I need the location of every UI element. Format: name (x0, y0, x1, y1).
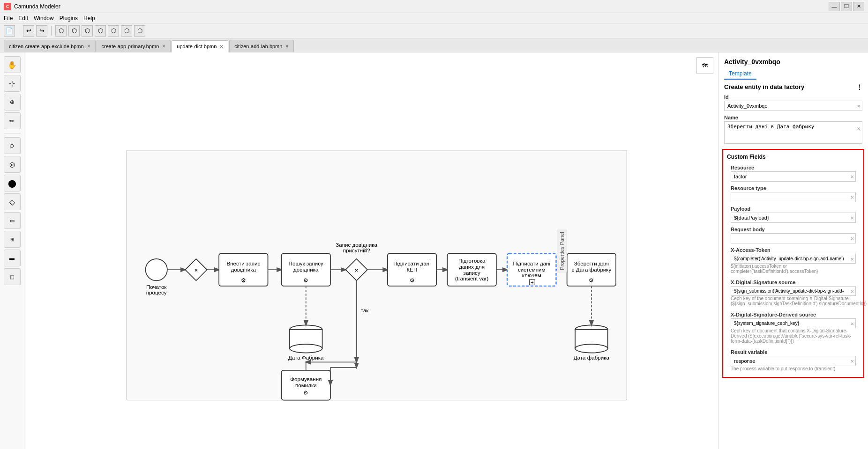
svg-text:×: × (355, 267, 358, 273)
subprocess-tool[interactable]: ⊞ (4, 231, 21, 248)
resource-type-clear-btn[interactable]: × (850, 194, 854, 201)
end-event-tool[interactable]: ⬤ (4, 175, 21, 191)
name-input[interactable]: Зберегти дані в Дата фабрику (724, 121, 862, 144)
title-area: C Camunda Modeler (4, 3, 60, 10)
align-left-button[interactable]: ⬡ (55, 25, 67, 37)
restore-button[interactable]: ❐ (841, 2, 852, 11)
tab-update-dict[interactable]: update-dict.bpmn ✕ (172, 40, 228, 52)
tab-create-app[interactable]: create-app-primary.bpmn ✕ (97, 40, 171, 52)
menu-plugins[interactable]: Plugins (60, 15, 78, 22)
request-body-input[interactable] (731, 233, 856, 243)
hand-tool[interactable]: ✋ (4, 56, 21, 73)
gateway-tool[interactable]: ◇ (4, 193, 21, 210)
tab-close-icon[interactable]: ✕ (219, 44, 223, 49)
name-field-group: Name Зберегти дані в Дата фабрику × (718, 113, 868, 147)
svg-text:Дата фабрика: Дата фабрика (574, 354, 610, 361)
tab-citizen-add-lab[interactable]: citizen-add-lab.bpmn ✕ (229, 40, 294, 52)
resource-type-input-wrap: × (731, 192, 856, 202)
more-icon[interactable]: ⋮ (856, 83, 862, 90)
tab-citizen-create[interactable]: citizen-create-app-exclude.bpmn ✕ (4, 40, 96, 52)
props-template-tab[interactable]: Template (724, 68, 756, 80)
x-access-token-input[interactable] (731, 254, 856, 264)
tab-close-icon[interactable]: ✕ (285, 44, 289, 49)
pointer-tool[interactable]: ⊹ (4, 75, 21, 92)
id-clear-btn[interactable]: × (857, 103, 861, 110)
id-label: Id (724, 94, 862, 100)
new-file-button[interactable]: 📄 (4, 25, 15, 37)
align-right-button[interactable]: ⬡ (82, 25, 93, 37)
x-access-token-input-wrap: × (731, 254, 856, 264)
start-event-tool[interactable]: ○ (4, 137, 21, 154)
main-area: ✋ ⊹ ⊕ ✏ ○ ◎ ⬤ ◇ ▭ ⊞ ▬ ◫ 🗺 Properties Pan… (0, 52, 868, 449)
result-variable-clear-btn[interactable]: × (850, 358, 854, 365)
close-button[interactable]: ✕ (853, 2, 864, 11)
window-controls[interactable]: — ❐ ✕ (829, 2, 864, 11)
redo-button[interactable]: ↪ (36, 25, 47, 37)
tab-label: citizen-add-lab.bpmn (234, 44, 282, 49)
x-digital-sig-input-wrap: × (731, 286, 856, 296)
resource-label: Resource (731, 165, 856, 170)
minimize-button[interactable]: — (829, 2, 840, 11)
id-input[interactable] (724, 101, 862, 111)
x-access-token-clear-btn[interactable]: × (850, 255, 854, 262)
menu-help[interactable]: Help (83, 15, 95, 22)
align-top-button[interactable]: ⬡ (95, 25, 106, 37)
undo-button[interactable]: ↩ (23, 25, 34, 37)
task-tool[interactable]: ▭ (4, 212, 21, 229)
resource-type-input[interactable] (731, 192, 856, 202)
titlebar: C Camunda Modeler — ❐ ✕ (0, 0, 868, 13)
tab-close-icon[interactable]: ✕ (87, 44, 90, 49)
tab-close-icon[interactable]: ✕ (162, 44, 165, 49)
svg-text:Внести запис: Внести запис (226, 260, 260, 266)
x-access-token-field-group: X-Access-Token × ${initiator().accessTok… (725, 245, 861, 278)
tab-label: create-app-primary.bpmn (102, 44, 159, 49)
intermediate-event-tool[interactable]: ◎ (4, 156, 21, 173)
svg-point-49 (290, 344, 322, 353)
payload-clear-btn[interactable]: × (850, 214, 854, 221)
x-digital-sig-label: X-Digital-Signature source (731, 280, 856, 285)
svg-text:⚙: ⚙ (303, 277, 308, 283)
payload-input-wrap: × (731, 213, 856, 223)
x-digital-derived-input[interactable] (731, 318, 856, 328)
menu-edit[interactable]: Edit (18, 15, 28, 22)
properties-panel-label[interactable]: Properties Panel (557, 229, 567, 272)
align-bottom-button[interactable]: ⬡ (108, 25, 119, 37)
request-body-field-group: Request body × (725, 225, 861, 245)
distribute-button[interactable]: ⬡ (121, 25, 132, 37)
app-icon: C (4, 3, 11, 10)
lasso-tool[interactable]: ⊕ (4, 94, 21, 110)
svg-text:Початок: Початок (146, 284, 167, 290)
menubar: File Edit Window Plugins Help (0, 13, 868, 23)
minimap-button[interactable]: 🗺 (696, 57, 713, 74)
svg-text:⚙: ⚙ (589, 277, 594, 283)
id-field-group: Id × (718, 92, 868, 113)
x-digital-sig-clear-btn[interactable]: × (850, 287, 854, 294)
menu-file[interactable]: File (4, 15, 13, 22)
zoom-button[interactable]: ⬡ (134, 25, 145, 37)
data-tool[interactable]: ◫ (4, 268, 21, 285)
x-digital-sig-input[interactable] (731, 286, 856, 296)
menu-window[interactable]: Window (34, 15, 54, 22)
payload-input[interactable] (731, 213, 856, 223)
resource-clear-btn[interactable]: × (850, 173, 854, 180)
svg-text:Дата Фабрика: Дата Фабрика (288, 354, 324, 361)
align-center-button[interactable]: ⬡ (68, 25, 80, 37)
result-variable-sublabel: The process variable to put response to … (731, 366, 856, 371)
name-clear-btn[interactable]: × (857, 125, 861, 132)
svg-text:×: × (195, 267, 198, 273)
svg-text:запису: запису (464, 270, 480, 276)
pencil-tool[interactable]: ✏ (4, 112, 21, 129)
svg-text:присутній?: присутній? (343, 247, 371, 253)
bpmn-canvas[interactable]: 🗺 Properties Panel Початок процесу (24, 52, 718, 449)
payload-field-group: Payload × (725, 204, 861, 225)
result-variable-input[interactable] (731, 356, 856, 366)
svg-text:(transient var): (transient var) (455, 275, 489, 281)
pool-tool[interactable]: ▬ (4, 250, 21, 266)
request-body-clear-btn[interactable]: × (850, 235, 854, 242)
x-digital-derived-clear-btn[interactable]: × (850, 320, 854, 327)
left-tools: ✋ ⊹ ⊕ ✏ ○ ◎ ⬤ ◇ ▭ ⊞ ▬ ◫ (0, 52, 24, 449)
payload-label: Payload (731, 206, 856, 212)
request-body-input-wrap: × (731, 233, 856, 243)
resource-input[interactable] (731, 171, 856, 182)
svg-text:КЕП: КЕП (407, 266, 418, 272)
